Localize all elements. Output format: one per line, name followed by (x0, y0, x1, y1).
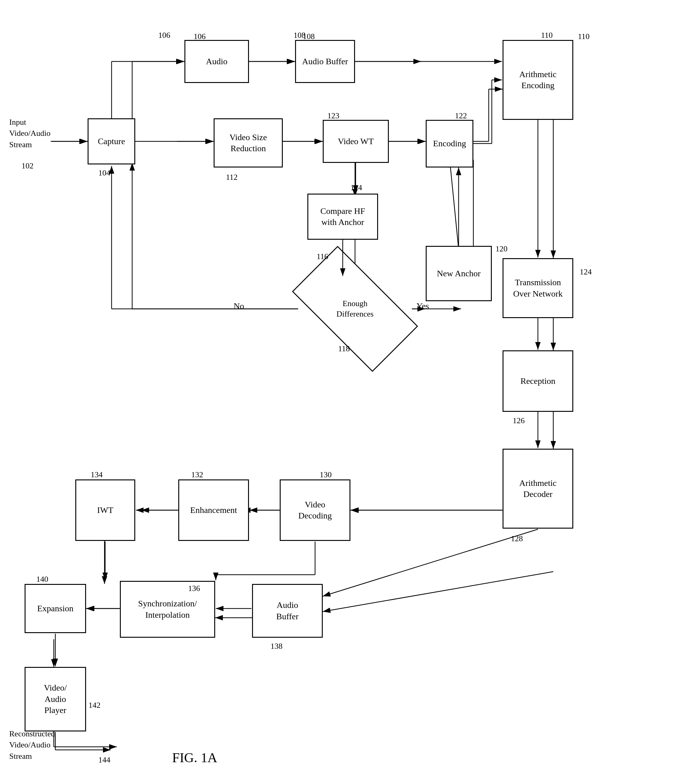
new-anchor-box: New Anchor (426, 246, 492, 301)
sync-interp-box: Synchronization/ Interpolation (120, 581, 215, 638)
reception-box: Reception (502, 350, 573, 412)
video-size-reduction-box: Video Size Reduction (214, 118, 283, 168)
ref-122: 122 (455, 111, 467, 120)
video-decoding-box: Video Decoding (280, 479, 350, 541)
yes-label: Yes (417, 301, 429, 311)
audio-label: Audio (206, 56, 227, 67)
video-audio-player-box: Video/ Audio Player (25, 667, 86, 731)
video-decoding-label: Video Decoding (299, 499, 332, 521)
ref-116: 116 (317, 252, 328, 261)
ref-130: 130 (320, 470, 332, 479)
svg-line-55 (323, 529, 538, 596)
audio-box: Audio (184, 40, 249, 83)
video-size-reduction-label: Video Size Reduction (230, 132, 267, 154)
compare-hf-box: Compare HF with Anchor (307, 194, 378, 240)
ref-140: 140 (36, 575, 48, 584)
encoding-label: Encoding (433, 138, 466, 149)
ref-112: 112 (226, 173, 238, 182)
ref-110-num: 110 (578, 32, 589, 41)
input-stream-label: Input Video/Audio Stream (9, 117, 50, 150)
ref-118: 118 (338, 344, 350, 353)
audio-buffer-top-box: Audio Buffer (295, 40, 355, 83)
ref-102: 102 (22, 161, 34, 171)
video-audio-player-label: Video/ Audio Player (44, 682, 67, 716)
ref-106-num: 106 (194, 32, 205, 41)
new-anchor-label: New Anchor (437, 268, 481, 279)
ref-104: 104 (98, 168, 110, 177)
video-wt-box: Video WT (323, 120, 389, 163)
arithmetic-decoder-label: Arithmetic Decoder (519, 478, 556, 500)
ref-144: 144 (98, 755, 110, 765)
sync-interp-label: Synchronization/ Interpolation (138, 598, 197, 621)
ref-110: 110 (541, 31, 553, 40)
transmission-label: Transmission Over Network (513, 277, 563, 299)
iwt-box: IWT (75, 479, 135, 541)
transmission-box: Transmission Over Network (502, 258, 573, 318)
ref-136: 136 (188, 584, 200, 593)
ref-114: 114 (350, 183, 362, 192)
enhancement-box: Enhancement (178, 479, 249, 541)
compare-hf-label: Compare HF with Anchor (320, 205, 365, 228)
svg-line-24 (323, 572, 553, 611)
ref-142: 142 (89, 701, 101, 710)
capture-label: Capture (98, 136, 125, 147)
enough-differences-label: Enough Differences (337, 299, 374, 319)
arithmetic-encoding-box: Arithmetic Encoding (502, 40, 573, 120)
expansion-box: Expansion (25, 584, 86, 633)
ref-132: 132 (191, 470, 203, 479)
audio-buffer-top-label: Audio Buffer (302, 56, 348, 67)
arithmetic-encoding-label: Arithmetic Encoding (519, 69, 556, 91)
enhancement-label: Enhancement (190, 505, 237, 516)
ref-134: 134 (91, 470, 103, 479)
reconstructed-label: Reconstructed Video/Audio Stream (9, 728, 55, 762)
ref-126: 126 (513, 416, 525, 425)
video-wt-label: Video WT (338, 136, 374, 147)
ref-120: 120 (496, 244, 507, 254)
ref-128: 128 (511, 534, 523, 543)
ref-124: 124 (580, 268, 592, 277)
arithmetic-decoder-box: Arithmetic Decoder (502, 449, 573, 529)
audio-buffer-bottom-label: Audio Buffer (276, 600, 299, 622)
enough-differences-diamond: Enough Differences (298, 277, 412, 341)
capture-box: Capture (88, 118, 135, 165)
iwt-label: IWT (97, 505, 114, 516)
expansion-label: Expansion (37, 603, 73, 614)
reception-label: Reception (520, 376, 555, 387)
ref-138: 138 (271, 642, 283, 651)
diagram-container: 106 108 110 Audio 106 Audio Buffer 108 A… (0, 0, 675, 784)
ref-106: 106 (158, 31, 170, 40)
ref-123: 123 (327, 111, 339, 120)
encoding-box: Encoding (426, 120, 473, 168)
audio-buffer-bottom-box: Audio Buffer (252, 584, 323, 638)
ref-108-num: 108 (303, 32, 315, 41)
figure-title: FIG. 1A (172, 750, 217, 765)
no-label: No (233, 301, 244, 311)
